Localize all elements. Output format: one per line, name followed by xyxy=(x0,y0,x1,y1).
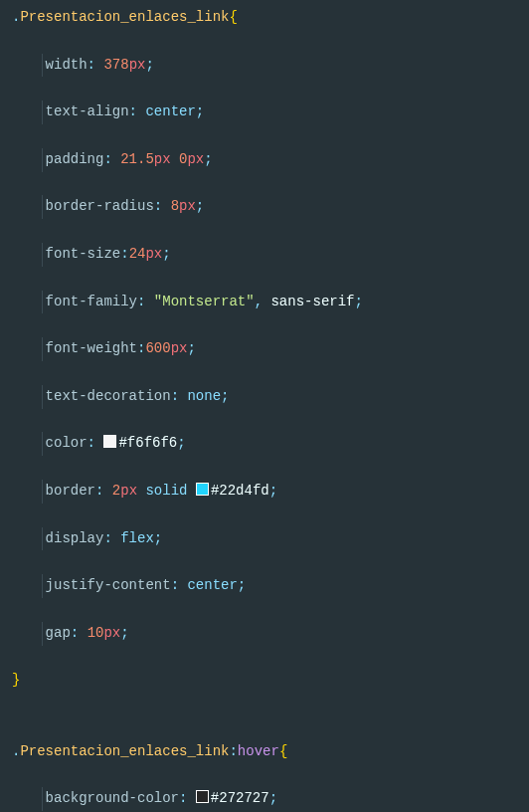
css-identifier: #272727 xyxy=(211,790,269,806)
css-keyword: solid xyxy=(145,483,187,499)
indent-guide xyxy=(42,787,43,811)
indent-guide xyxy=(42,101,43,124)
css-punct: , xyxy=(255,294,263,309)
colon: : xyxy=(95,483,103,499)
colon: : xyxy=(88,435,95,451)
code-line[interactable]: gap: 10px; xyxy=(12,622,529,646)
semicolon: ; xyxy=(187,340,195,356)
css-property: border xyxy=(46,483,95,499)
colon: : xyxy=(171,388,179,404)
css-unit: px xyxy=(187,151,204,167)
css-identifier: #22d4fd xyxy=(211,483,269,499)
indent-guide xyxy=(42,195,43,219)
code-line[interactable]: display: flex; xyxy=(12,527,529,551)
css-number: 600 xyxy=(145,340,170,356)
colon: : xyxy=(179,790,187,806)
indent-guide xyxy=(42,148,43,172)
css-unit: px xyxy=(145,246,162,262)
color-swatch xyxy=(103,435,116,448)
css-property: width xyxy=(46,57,88,73)
css-unit: px xyxy=(120,483,137,499)
code-line[interactable]: width: 378px; xyxy=(12,54,529,78)
semicolon: ; xyxy=(196,103,204,119)
css-selector: Presentacion_enlaces_link xyxy=(20,9,229,25)
code-line[interactable]: font-weight:600px; xyxy=(12,337,529,361)
css-property: background-color xyxy=(46,790,179,806)
code-line[interactable]: text-align: center; xyxy=(12,101,529,124)
css-property: display xyxy=(46,530,104,546)
code-line[interactable]: .Presentacion_enlaces_link:hover{ xyxy=(12,740,529,764)
indent-guide xyxy=(42,385,43,409)
code-line[interactable]: background-color: #272727; xyxy=(12,787,529,811)
close-brace: } xyxy=(12,672,20,688)
css-unit: px xyxy=(154,151,171,167)
colon: : xyxy=(71,625,79,641)
css-unit: px xyxy=(129,57,146,73)
css-property: justify-content xyxy=(46,577,171,593)
css-property: padding xyxy=(46,151,104,167)
semicolon: ; xyxy=(154,530,162,546)
css-property: font-weight xyxy=(46,340,137,356)
code-line[interactable]: font-size:24px; xyxy=(12,243,529,267)
indent-guide xyxy=(42,622,43,646)
colon: : xyxy=(229,743,237,759)
semicolon: ; xyxy=(221,388,229,404)
code-line[interactable]: color: #f6f6f6; xyxy=(12,432,529,456)
semicolon: ; xyxy=(177,435,185,451)
semicolon: ; xyxy=(269,483,277,499)
css-property: border-radius xyxy=(46,198,154,214)
code-line[interactable]: padding: 21.5px 0px; xyxy=(12,148,529,172)
css-property: color xyxy=(46,435,88,451)
css-pseudo: hover xyxy=(238,743,279,759)
code-line[interactable]: font-family: "Montserrat", sans-serif; xyxy=(12,291,529,314)
css-property: text-align xyxy=(46,103,129,119)
code-editor-viewport[interactable]: .Presentacion_enlaces_link{ width: 378px… xyxy=(0,6,529,812)
css-number: 378 xyxy=(103,57,128,73)
css-property: font-family xyxy=(46,294,137,309)
code-line[interactable]: .Presentacion_enlaces_link{ xyxy=(12,6,529,30)
indent-guide xyxy=(42,337,43,361)
color-swatch xyxy=(196,790,209,803)
css-number: 2 xyxy=(112,483,120,499)
code-line[interactable]: } xyxy=(12,669,529,693)
css-number: 21.5 xyxy=(120,151,154,167)
colon: : xyxy=(171,577,179,593)
colon: : xyxy=(103,530,111,546)
css-property: text-decoration xyxy=(46,388,171,404)
css-number: 24 xyxy=(129,246,146,262)
css-keyword: none xyxy=(187,388,221,404)
semicolon: ; xyxy=(204,151,212,167)
indent-guide xyxy=(42,574,43,598)
css-property: gap xyxy=(46,625,71,641)
semicolon: ; xyxy=(145,57,153,73)
open-brace: { xyxy=(229,9,237,25)
indent-guide xyxy=(42,527,43,551)
semicolon: ; xyxy=(269,790,277,806)
code-line[interactable]: border: 2px solid #22d4fd; xyxy=(12,480,529,504)
code-line[interactable]: border-radius: 8px; xyxy=(12,195,529,219)
css-keyword: center xyxy=(187,577,237,593)
semicolon: ; xyxy=(354,294,362,309)
css-keyword: flex xyxy=(120,530,154,546)
css-number: 8 xyxy=(171,198,179,214)
semicolon: ; xyxy=(162,246,170,262)
open-brace: { xyxy=(279,743,287,759)
colon: : xyxy=(129,103,137,119)
css-identifier: sans-serif xyxy=(270,294,354,309)
color-swatch xyxy=(196,483,209,496)
indent-guide xyxy=(42,243,43,267)
css-unit: px xyxy=(179,198,196,214)
colon: : xyxy=(103,151,111,167)
semicolon: ; xyxy=(196,198,204,214)
colon: : xyxy=(154,198,162,214)
code-line[interactable]: text-decoration: none; xyxy=(12,385,529,409)
css-property: font-size xyxy=(46,246,121,262)
css-unit: px xyxy=(171,340,188,356)
colon: : xyxy=(88,57,95,73)
css-identifier: #f6f6f6 xyxy=(118,435,177,451)
css-selector: Presentacion_enlaces_link xyxy=(20,743,229,759)
indent-guide xyxy=(42,54,43,78)
code-line[interactable]: justify-content: center; xyxy=(12,574,529,598)
semicolon: ; xyxy=(238,577,246,593)
colon: : xyxy=(137,294,145,309)
